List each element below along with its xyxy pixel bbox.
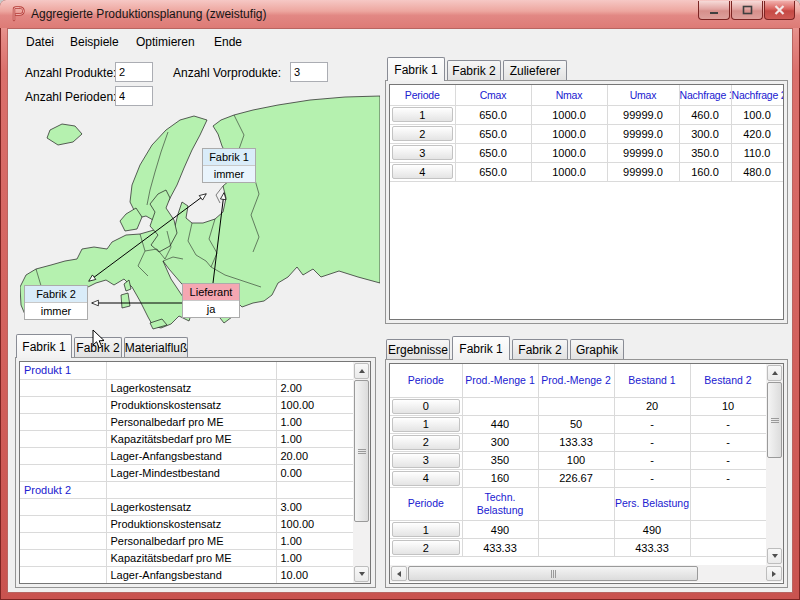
scrollbar-thumb[interactable] — [767, 382, 782, 458]
bottom-right-horizontal-scrollbar[interactable] — [390, 565, 783, 582]
tab-left-materialfluss[interactable]: Materialfluß — [124, 337, 188, 357]
fabrik1-map-label: Fabrik 1 immer — [202, 148, 256, 183]
cell — [20, 464, 106, 481]
scrollbar-thumb[interactable] — [354, 380, 369, 522]
column-header: Prod.-Menge 1 — [462, 364, 538, 397]
scroll-up-icon — [772, 371, 778, 375]
scroll-right-button[interactable] — [766, 566, 782, 581]
column-header: Periode — [390, 364, 462, 397]
app-window: Aggregierte Produktionsplanung (zweistuf… — [0, 0, 800, 600]
cell: 420.0 — [731, 124, 783, 143]
tab-left-fabrik1[interactable]: Fabrik 1 — [16, 334, 72, 358]
cell: Personalbedarf pro ME — [106, 413, 276, 430]
tab-label: Fabrik 1 — [22, 340, 65, 354]
cell: 99999.0 — [607, 143, 679, 162]
minimize-button[interactable] — [698, 1, 730, 20]
cell — [538, 521, 614, 539]
scroll-down-button[interactable] — [354, 566, 369, 582]
fabrik1-status: immer — [203, 166, 255, 182]
column-header — [690, 488, 766, 521]
column-header: Bestand 2 — [690, 364, 766, 397]
cell: 50 — [538, 415, 614, 433]
cell: 20.00 — [276, 447, 353, 464]
cell: - — [690, 433, 766, 451]
scroll-down-icon — [772, 554, 778, 558]
table-row: 02010 — [390, 397, 766, 415]
tab-top-zulieferer[interactable]: Zulieferer — [503, 60, 567, 80]
cell: Produktionskostensatz — [106, 396, 276, 413]
cell: 650.0 — [455, 143, 531, 162]
cell: 20 — [614, 397, 690, 415]
cell: 133.33 — [538, 433, 614, 451]
cell: 1.00 — [276, 430, 353, 447]
parameter-grid: Produkt 1Lagerkostensatz2.00Produktionsk… — [20, 362, 353, 583]
tab-top-fabrik2[interactable]: Fabrik 2 — [447, 60, 501, 80]
cell: 350.0 — [679, 143, 731, 162]
cell: 0 — [390, 397, 462, 415]
table-row: 3350100-- — [390, 451, 766, 469]
scroll-up-button[interactable] — [767, 365, 782, 381]
tab-right-fabrik2[interactable]: Fabrik 2 — [512, 339, 568, 359]
cell: - — [690, 451, 766, 469]
cell — [690, 521, 766, 539]
app-icon — [10, 6, 26, 22]
maximize-button[interactable] — [731, 1, 763, 20]
cell: - — [614, 415, 690, 433]
window-controls — [697, 1, 795, 20]
cell: 1.00 — [276, 549, 353, 566]
table-row: Kapazitätsbedarf pro ME1.00 — [20, 430, 353, 447]
fabrik2-map-label: Fabrik 2 immer — [24, 285, 88, 320]
tab-right-fabrik1[interactable]: Fabrik 1 — [452, 336, 510, 360]
menu-item-datei[interactable]: Datei — [22, 33, 58, 51]
cell: 1000.0 — [531, 124, 607, 143]
tab-label: Fabrik 1 — [394, 63, 437, 77]
cell: 3.00 — [276, 498, 353, 515]
fabrik2-status: immer — [25, 303, 87, 319]
fabrik2-title: Fabrik 2 — [25, 286, 87, 303]
cell: 160 — [462, 469, 538, 487]
cell: 650.0 — [455, 162, 531, 181]
tab-right-ergebnisse[interactable]: Ergebnisse — [386, 339, 450, 359]
table-row: Produkt 1 — [20, 362, 353, 379]
cell: - — [614, 451, 690, 469]
menubar: Datei Beispiele Optimieren Ende — [8, 29, 790, 52]
tab-top-fabrik1[interactable]: Fabrik 1 — [387, 57, 445, 81]
fabrik1-title: Fabrik 1 — [203, 149, 255, 166]
scroll-down-button[interactable] — [767, 548, 782, 564]
column-header: Techn. Belastung — [462, 488, 538, 521]
scroll-left-button[interactable] — [391, 566, 407, 581]
menu-item-beispiele[interactable]: Beispiele — [66, 33, 123, 51]
tab-right-graphik[interactable]: Graphik — [570, 339, 624, 359]
scrollbar-thumb[interactable] — [408, 566, 698, 581]
cell: 3 — [390, 451, 462, 469]
cell: - — [614, 433, 690, 451]
column-header — [538, 488, 614, 521]
close-button[interactable] — [764, 1, 795, 20]
anzahl-vorprodukte-label: Anzahl Vorprodukte: — [173, 66, 281, 80]
titlebar[interactable]: Aggregierte Produktionsplanung (zweistuf… — [0, 0, 800, 28]
anzahl-produkte-input[interactable] — [115, 62, 153, 82]
cell: 490 — [614, 521, 690, 539]
cell: 2.00 — [276, 379, 353, 396]
cell: 4 — [390, 162, 455, 181]
menu-item-optimieren[interactable]: Optimieren — [132, 33, 199, 51]
cell — [20, 379, 106, 396]
anzahl-vorprodukte-input[interactable] — [290, 62, 328, 82]
cell: 1 — [390, 105, 455, 124]
cell: 490 — [462, 521, 538, 539]
results-table: PeriodeProd.-Menge 1Prod.-Menge 2Bestand… — [390, 364, 766, 565]
menu-item-ende[interactable]: Ende — [210, 33, 246, 51]
column-header: Cmax — [455, 85, 531, 105]
bottom-right-vertical-scrollbar[interactable] — [766, 364, 783, 565]
cell: 1000.0 — [531, 105, 607, 124]
maximize-icon — [742, 5, 753, 15]
table-row: Lagerkostensatz2.00 — [20, 379, 353, 396]
bottom-left-vertical-scrollbar[interactable] — [353, 362, 370, 583]
cell: 99999.0 — [607, 124, 679, 143]
scroll-up-button[interactable] — [354, 363, 369, 379]
table-row: 3650.01000.099999.0350.0110.0 — [390, 143, 783, 162]
scroll-up-icon — [359, 369, 365, 373]
parameter-table: Produkt 1Lagerkostensatz2.00Produktionsk… — [20, 362, 353, 583]
table-row: Produktionskostensatz100.00 — [20, 515, 353, 532]
header-row: PeriodeCmaxNmaxUmaxNachfrage 1Nachfrage … — [390, 85, 783, 105]
